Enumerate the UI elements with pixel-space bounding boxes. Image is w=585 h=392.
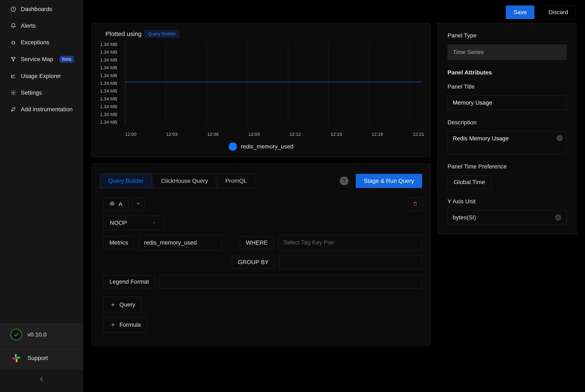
version-label: v0.10.0 [28,331,47,338]
sidebar-item-service-map[interactable]: Service Map Beta [0,51,83,68]
x-tick: 12:15 [331,132,342,137]
sidebar-item-label: Settings [21,90,42,96]
metrics-label: Metrics [103,236,134,249]
sidebar-item-add-instrumentation[interactable]: Add instrumentation [0,101,83,118]
sidebar-item-dashboards[interactable]: Dashboards [0,1,83,18]
where-input[interactable]: Select Tag Key Pair [278,235,422,250]
trash-icon [413,201,418,207]
help-icon[interactable]: ? [340,176,348,185]
legend-format-label: Legend Format [103,275,155,288]
main-content: Save Discard Plotted using Query Builder… [83,0,585,392]
panel-attributes-label: Panel Attributes [447,69,566,76]
chevron-down-icon [136,201,141,207]
sidebar-item-alerts[interactable]: Alerts [0,18,83,34]
x-tick: 12:18 [372,132,383,137]
legend-color-icon [229,142,237,151]
description-input[interactable]: Redis Memory Usage ✕ [447,131,566,154]
y-tick: 1.34 MB [100,50,117,55]
y-tick: 1.34 MB [100,58,117,63]
slack-icon [11,352,22,364]
tab-promql[interactable]: PromQL [217,174,255,188]
plus-icon: ＋ [110,320,116,329]
rocket-icon [11,106,16,112]
sidebar-item-label: Exceptions [21,39,49,46]
panel-time-pref-value: Global Time [454,179,485,186]
query-visibility-toggle[interactable]: A [103,198,129,211]
topbar: Save Discard [83,0,585,23]
version-item[interactable]: v0.10.0 [0,323,83,346]
save-button[interactable]: Save [506,6,534,19]
eye-icon [110,201,115,208]
query-source-chip: Query Builder [145,30,179,38]
query-collapse-toggle[interactable] [132,198,145,211]
panel-time-pref-label: Panel Time Preference [447,163,566,170]
chart-title: Plotted using [106,30,142,38]
sidebar-item-label: Add instrumentation [21,106,73,113]
svg-rect-1 [12,41,15,44]
y-tick: 1.34 MB [100,73,117,78]
sidebar: Dashboards Alerts Exceptions Service Map… [0,0,83,392]
tab-clickhouse[interactable]: ClickHouse Query [153,174,216,188]
group-by-label: GROUP BY [232,256,275,269]
sidebar-item-label: Alerts [21,22,36,29]
support-item[interactable]: Support [0,346,83,370]
x-tick: 12:06 [207,132,219,137]
x-axis-ticks: 12:00 12:03 12:06 12:09 12:12 12:15 12:1… [98,129,424,137]
svg-rect-7 [17,357,21,358]
y-axis-unit-value: bytes(SI) [453,214,476,221]
sidebar-item-label: Usage Explorer [21,73,61,80]
clear-y-unit-icon[interactable]: ✕ [555,214,561,221]
metric-input[interactable]: redis_memory_used [139,235,222,250]
gear-icon [11,90,16,96]
panel-type-value: Time Series [447,44,566,60]
svg-point-10 [112,203,113,204]
description-label: Description [447,119,566,126]
group-by-input[interactable] [279,256,422,269]
y-tick: 1.34 MB [100,104,117,110]
x-tick: 12:09 [248,132,260,137]
y-axis-unit-select[interactable]: bytes(SI) ✕ [447,210,566,225]
legend-format-input[interactable] [160,275,422,288]
y-tick: 1.34 MB [100,120,117,125]
x-tick: 12:00 [125,132,137,137]
delete-query-button[interactable] [408,197,422,211]
stage-run-button[interactable]: Stage & Run Query [356,174,422,188]
y-axis-ticks: 1.34 MB 1.34 MB 1.34 MB 1.34 MB 1.34 MB … [100,42,117,125]
collapse-sidebar[interactable] [0,370,83,392]
query-builder-panel: Query Builder ClickHouse Query PromQL ? … [92,164,431,346]
panel-type-label: Panel Type [447,32,566,39]
chart-legend: redis_memory_used [98,137,424,151]
description-value: Redis Memory Usage [453,135,509,142]
svg-point-5 [13,92,14,94]
add-formula-button[interactable]: ＋ Formula [103,317,147,332]
discard-button[interactable]: Discard [541,6,576,19]
svg-rect-9 [12,358,16,359]
chart-panel: Plotted using Query Builder 1.34 MB 1.34… [92,23,431,157]
panel-title-input[interactable] [447,96,566,110]
map-icon [11,56,16,62]
where-label: WHERE [240,236,274,249]
panel-time-pref-select[interactable]: Global Time [447,175,491,189]
y-tick: 1.34 MB [100,112,117,117]
svg-rect-6 [15,354,17,358]
clear-description-icon[interactable]: ✕ [557,135,562,141]
x-tick: 12:03 [166,132,178,137]
series-line [125,82,422,82]
panel-settings: Panel Type Time Series Panel Attributes … [437,23,577,234]
plot-area [125,42,422,125]
dashboard-icon [11,6,16,12]
panel-title-label: Panel Title [447,84,566,90]
add-formula-label: Formula [119,322,141,328]
y-tick: 1.34 MB [100,81,117,86]
beta-badge: Beta [60,56,74,63]
svg-rect-8 [16,358,18,362]
tab-query-builder[interactable]: Query Builder [100,174,152,188]
sidebar-item-settings[interactable]: Settings [0,84,83,101]
y-tick: 1.34 MB [100,65,117,70]
aggregation-select[interactable]: NOOP [103,216,164,230]
add-query-label: Query [119,301,135,308]
sidebar-item-exceptions[interactable]: Exceptions [0,34,83,51]
sidebar-item-usage-explorer[interactable]: Usage Explorer [0,68,83,84]
add-query-button[interactable]: ＋ Query [103,297,142,312]
bug-icon [11,40,16,45]
